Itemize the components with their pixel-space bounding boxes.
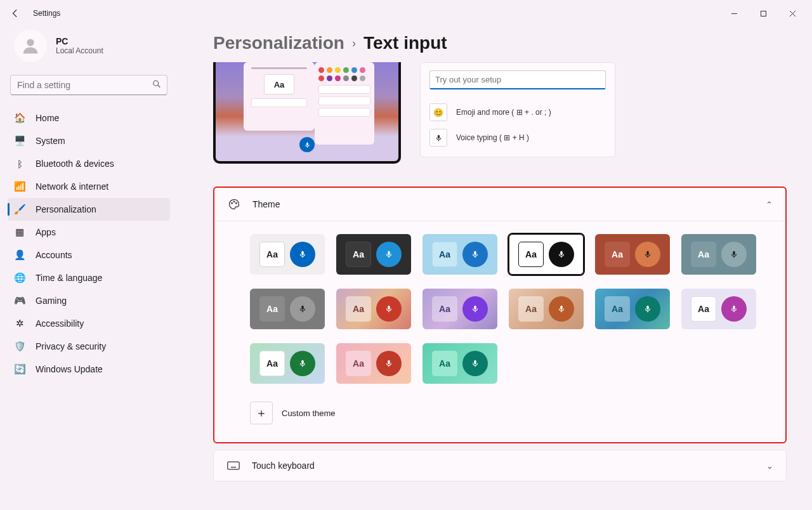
theme-mic-icon bbox=[290, 242, 315, 267]
sidebar-item-label: Time & language bbox=[36, 273, 102, 283]
theme-mic-icon bbox=[462, 296, 488, 322]
theme-mic-icon bbox=[635, 296, 660, 322]
theme-option-5[interactable]: Aa bbox=[681, 234, 756, 275]
svg-point-2 bbox=[27, 39, 34, 46]
sidebar-item-time[interactable]: 🌐Time & language bbox=[8, 266, 170, 289]
theme-option-10[interactable]: Aa bbox=[595, 289, 670, 329]
theme-option-6[interactable]: Aa bbox=[250, 289, 325, 329]
theme-option-0[interactable]: Aa bbox=[250, 234, 325, 275]
theme-aa-label: Aa bbox=[259, 296, 285, 322]
theme-aa-label: Aa bbox=[346, 296, 371, 322]
system-icon: 🖥️ bbox=[14, 135, 25, 147]
theme-aa-label: Aa bbox=[605, 242, 630, 267]
svg-point-7 bbox=[236, 203, 237, 204]
network-icon: 📶 bbox=[14, 181, 25, 192]
apps-icon: ▦ bbox=[14, 226, 25, 238]
theme-option-7[interactable]: Aa bbox=[336, 289, 411, 329]
avatar bbox=[14, 29, 47, 62]
sidebar-item-label: System bbox=[36, 136, 65, 146]
breadcrumb: Personalization › Text input bbox=[213, 27, 787, 53]
sidebar-item-accessibility[interactable]: ✲Accessibility bbox=[8, 312, 170, 335]
window-title: Settings bbox=[33, 9, 60, 18]
mic-icon bbox=[299, 137, 315, 152]
gaming-icon: 🎮 bbox=[14, 295, 25, 306]
profile-block[interactable]: PC Local Account bbox=[8, 27, 170, 75]
emoji-shortcut-row[interactable]: 😊 Emoji and more ( ⊞ + . or ; ) bbox=[429, 100, 606, 125]
bluetooth-icon: ᛒ bbox=[14, 158, 25, 169]
keyboard-icon bbox=[226, 461, 240, 470]
sidebar-item-apps[interactable]: ▦Apps bbox=[8, 221, 170, 244]
time-icon: 🌐 bbox=[14, 272, 25, 284]
sidebar-item-update[interactable]: 🔄Windows Update bbox=[8, 358, 170, 381]
theme-option-14[interactable]: Aa bbox=[422, 343, 497, 384]
voice-shortcut-row[interactable]: Voice typing ( ⊞ + H ) bbox=[429, 125, 606, 150]
personalization-icon: 🖌️ bbox=[14, 204, 25, 215]
home-icon: 🏠 bbox=[14, 112, 25, 124]
sidebar-item-personalization[interactable]: 🖌️Personalization bbox=[8, 198, 170, 221]
theme-card: Theme ⌃ AaAaAaAaAaAaAaAaAaAaAaAaAaAaAa ＋… bbox=[213, 186, 787, 443]
touch-keyboard-header[interactable]: Touch keyboard ⌄ bbox=[214, 450, 786, 481]
theme-mic-icon bbox=[549, 242, 574, 267]
svg-point-5 bbox=[232, 203, 233, 204]
theme-mic-icon bbox=[290, 296, 315, 322]
custom-theme-row[interactable]: ＋ Custom theme bbox=[250, 402, 773, 424]
sidebar-item-home[interactable]: 🏠Home bbox=[8, 107, 170, 129]
sidebar-item-label: Network & internet bbox=[36, 181, 108, 192]
theme-aa-label: Aa bbox=[518, 296, 544, 322]
sidebar-item-gaming[interactable]: 🎮Gaming bbox=[8, 289, 170, 312]
emoji-icon: 😊 bbox=[429, 103, 447, 121]
minimize-button[interactable] bbox=[719, 3, 749, 23]
theme-option-12[interactable]: Aa bbox=[250, 343, 325, 384]
plus-icon[interactable]: ＋ bbox=[250, 402, 273, 424]
sidebar-item-network[interactable]: 📶Network & internet bbox=[8, 175, 170, 198]
theme-mic-icon bbox=[290, 351, 315, 376]
back-button[interactable] bbox=[5, 3, 25, 23]
theme-option-11[interactable]: Aa bbox=[681, 289, 756, 329]
sidebar-item-bluetooth[interactable]: ᛒBluetooth & devices bbox=[8, 152, 170, 175]
sidebar-item-label: Home bbox=[36, 113, 59, 123]
tryout-input[interactable] bbox=[429, 70, 606, 89]
close-button[interactable] bbox=[778, 3, 807, 23]
palette-icon bbox=[227, 198, 241, 211]
theme-option-1[interactable]: Aa bbox=[336, 234, 411, 275]
theme-aa-label: Aa bbox=[432, 351, 457, 376]
theme-aa-label: Aa bbox=[346, 242, 371, 267]
touch-keyboard-title: Touch keyboard bbox=[252, 461, 315, 471]
sidebar-item-label: Privacy & security bbox=[36, 341, 106, 351]
tryout-card: 😊 Emoji and more ( ⊞ + . or ; ) Voice ty… bbox=[420, 62, 615, 157]
theme-mic-icon bbox=[549, 296, 574, 322]
sidebar-item-accounts[interactable]: 👤Accounts bbox=[8, 244, 170, 266]
update-icon: 🔄 bbox=[14, 363, 25, 375]
sidebar-item-label: Accessibility bbox=[36, 318, 84, 329]
accessibility-icon: ✲ bbox=[14, 318, 25, 329]
theme-mic-icon bbox=[721, 242, 747, 267]
theme-aa-label: Aa bbox=[691, 296, 716, 322]
privacy-icon: 🛡️ bbox=[14, 341, 25, 352]
search-input[interactable] bbox=[10, 75, 167, 95]
theme-aa-label: Aa bbox=[259, 351, 285, 376]
svg-rect-1 bbox=[761, 11, 766, 16]
theme-mic-icon bbox=[635, 242, 660, 267]
theme-mic-icon bbox=[376, 296, 402, 322]
sidebar-item-system[interactable]: 🖥️System bbox=[8, 129, 170, 152]
theme-header[interactable]: Theme ⌃ bbox=[214, 188, 785, 221]
theme-aa-label: Aa bbox=[432, 296, 457, 322]
theme-mic-icon bbox=[721, 296, 747, 322]
maximize-button[interactable] bbox=[749, 3, 778, 23]
microphone-icon bbox=[429, 129, 447, 147]
theme-option-4[interactable]: Aa bbox=[595, 234, 670, 275]
theme-option-13[interactable]: Aa bbox=[336, 343, 411, 384]
svg-rect-8 bbox=[228, 462, 239, 469]
theme-option-2[interactable]: Aa bbox=[422, 234, 497, 275]
theme-option-9[interactable]: Aa bbox=[509, 289, 584, 329]
theme-aa-label: Aa bbox=[432, 242, 457, 267]
theme-option-3[interactable]: Aa bbox=[509, 234, 584, 275]
theme-mic-icon bbox=[376, 242, 402, 267]
sidebar-item-privacy[interactable]: 🛡️Privacy & security bbox=[8, 335, 170, 358]
chevron-down-icon: ⌄ bbox=[766, 461, 773, 471]
sidebar-item-label: Accounts bbox=[36, 250, 72, 260]
theme-mic-icon bbox=[462, 242, 488, 267]
breadcrumb-parent[interactable]: Personalization bbox=[213, 33, 344, 53]
theme-option-8[interactable]: Aa bbox=[422, 289, 497, 329]
theme-preview: Aa bbox=[213, 62, 401, 164]
